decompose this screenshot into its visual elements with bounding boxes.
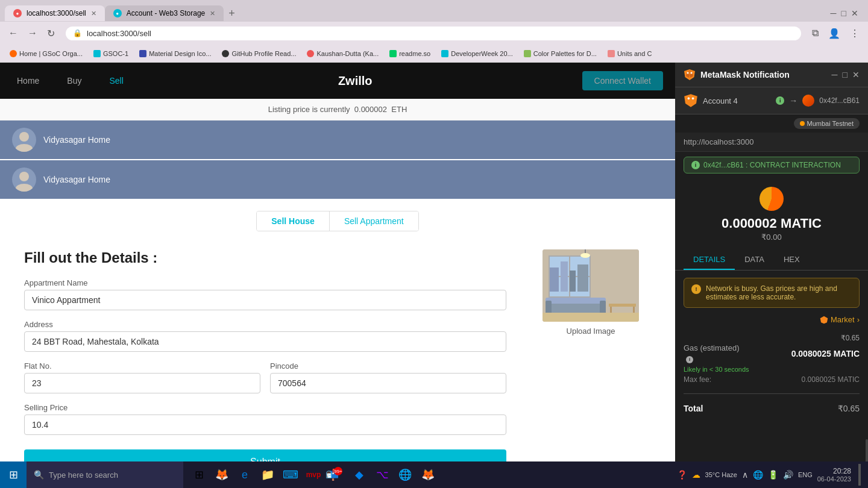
toggle-sell-house[interactable]: Sell House: [257, 211, 330, 231]
mm-gas-label-col: Gas (estimated) i: [684, 343, 739, 363]
tab-sell[interactable]: ● localhost:3000/sell ✕: [5, 5, 105, 21]
bookmark-colorpalette[interactable]: Color Palettes for D...: [519, 49, 602, 58]
dropbox-icon: ◆: [355, 468, 363, 481]
taskbar-mvp-icon[interactable]: mvp: [303, 464, 324, 486]
tab-close-sell[interactable]: ✕: [91, 10, 96, 17]
mm-network-pill[interactable]: Mumbai Testnet: [794, 118, 860, 129]
new-tab-button[interactable]: +: [224, 7, 240, 20]
mm-account-avatar: [802, 95, 814, 107]
taskbar-multitasking-icon[interactable]: ⊞: [188, 464, 210, 486]
mvp-icon: mvp: [306, 471, 321, 479]
forward-button[interactable]: →: [24, 25, 41, 41]
bookmark-units[interactable]: Units and C: [603, 49, 656, 58]
volume-icon[interactable]: 🔊: [783, 470, 793, 480]
mm-controls: ─ □ ✕: [832, 70, 860, 80]
property-card-1[interactable]: Vidyasagar Home: [0, 160, 675, 199]
mm-title: MetaMask Notification: [700, 70, 790, 80]
tab-data[interactable]: DATA: [735, 250, 774, 270]
mm-maximize-button[interactable]: □: [843, 70, 848, 80]
search-icon: 🔍: [34, 470, 44, 480]
show-desktop-icon[interactable]: [858, 464, 861, 486]
refresh-button[interactable]: ↻: [43, 25, 58, 42]
taskbar-dropbox-icon[interactable]: ◆: [348, 464, 370, 486]
nav-home[interactable]: Home: [12, 71, 44, 90]
mm-gas-section: ₹0.65 Gas (estimated) i 0.0080025 MATIC …: [675, 329, 868, 389]
chrome-icon: 🌐: [398, 468, 412, 481]
address-group: Address: [24, 320, 506, 352]
git-icon: ⌥: [376, 468, 389, 481]
svg-rect-25: [542, 313, 639, 322]
nav-sell[interactable]: Sell: [104, 71, 128, 90]
avatar-0: [12, 128, 36, 152]
nav-buy[interactable]: Buy: [62, 71, 86, 90]
taskbar-clock[interactable]: 20:28 06-04-2023: [817, 467, 851, 483]
bookmark-github[interactable]: GitHub Profile Read...: [217, 49, 301, 58]
bookmark-icon-5: [389, 50, 397, 57]
taskbar-metamask-tray-icon[interactable]: 🦊: [417, 464, 439, 486]
browser-close[interactable]: ✕: [851, 8, 858, 18]
mm-maxfee-label: Max fee:: [684, 375, 711, 384]
tab-bar: ● localhost:3000/sell ✕ ● Account - Web3…: [0, 0, 868, 22]
taskbar-git-icon[interactable]: ⌥: [371, 464, 393, 486]
tab-web3[interactable]: ● Account - Web3 Storage ✕: [105, 5, 224, 21]
taskbar-date: 06-04-2023: [817, 475, 851, 483]
taskbar-search-box[interactable]: 🔍 Type here to search: [27, 461, 183, 488]
mm-market-button[interactable]: Market ›: [820, 315, 860, 324]
bookmark-gsoc1[interactable]: GSOC-1: [89, 49, 133, 58]
bookmark-devweek[interactable]: DeveloperWeek 20...: [436, 49, 518, 58]
start-button[interactable]: ⊞: [0, 461, 27, 488]
tab-title-sell: localhost:3000/sell: [27, 9, 86, 17]
nav-right: Connect Wallet: [582, 71, 663, 90]
tab-hex[interactable]: HEX: [774, 250, 810, 270]
bookmark-readme[interactable]: readme.so: [385, 49, 435, 58]
edge-icon: e: [242, 469, 248, 481]
address-bar[interactable]: 🔒 localhost:3000/sell: [66, 27, 801, 40]
taskbar-notification-icon[interactable]: 📬 99+: [326, 464, 347, 486]
pincode-input[interactable]: [270, 373, 506, 393]
extensions-button[interactable]: ⧉: [808, 25, 822, 41]
network-icon[interactable]: 🌐: [753, 470, 763, 480]
browser-maximize[interactable]: □: [841, 8, 846, 18]
taskbar-firefox-icon[interactable]: 🦊: [211, 464, 233, 486]
flat-no-input[interactable]: [24, 373, 260, 393]
browser-minimize[interactable]: ─: [831, 8, 837, 18]
listing-price-value: 0.000002: [354, 105, 387, 114]
profile-button[interactable]: 👤: [825, 25, 844, 42]
form-area: Sell House Sell Appartment Fill out the …: [0, 211, 675, 488]
connect-wallet-button[interactable]: Connect Wallet: [582, 71, 663, 90]
upload-image-label[interactable]: Upload Image: [567, 327, 615, 336]
vscode-icon: ⌨: [283, 468, 298, 481]
back-button[interactable]: ←: [5, 25, 22, 41]
tab-favicon-sell: ●: [13, 9, 22, 17]
mm-close-button[interactable]: ✕: [852, 70, 860, 80]
apartment-name-input[interactable]: [24, 290, 506, 310]
taskbar-chrome-icon[interactable]: 🌐: [394, 464, 416, 486]
mm-maxfee-value: 0.0080025 MATIC: [802, 375, 860, 384]
tab-close-web3[interactable]: ✕: [210, 10, 215, 17]
question-mark-icon[interactable]: ❓: [677, 470, 687, 480]
avatar-1: [12, 167, 36, 192]
menu-button[interactable]: ⋮: [846, 25, 863, 42]
main-form-area: Fill out the Details : Appartment Name A…: [12, 231, 663, 488]
taskbar-file-explorer-icon[interactable]: 📁: [257, 464, 278, 486]
selling-price-input[interactable]: [24, 414, 506, 435]
property-card-0[interactable]: Vidyasagar Home: [0, 120, 675, 159]
toggle-sell-apartment[interactable]: Sell Appartment: [330, 211, 418, 231]
flat-no-group: Flat No.: [24, 361, 260, 393]
chevron-up-icon[interactable]: ∧: [742, 470, 748, 480]
mm-account-bar: Account 4 i → 0x42f...cB61: [675, 87, 868, 114]
mm-account-arrow[interactable]: →: [789, 96, 797, 105]
notification-badge: 99+: [334, 467, 342, 475]
bookmark-material[interactable]: Material Design Ico...: [134, 49, 216, 58]
bookmark-kaushan[interactable]: Kaushan-Dutta (Ka...: [302, 49, 383, 58]
mm-minimize-button[interactable]: ─: [832, 70, 838, 80]
bookmark-label-5: readme.so: [399, 50, 430, 57]
taskbar-edge-icon[interactable]: e: [234, 464, 256, 486]
mm-likely-label: Likely in < 30 seconds: [684, 366, 749, 373]
tab-details[interactable]: DETAILS: [684, 250, 735, 270]
taskbar-vscode-icon[interactable]: ⌨: [280, 464, 301, 486]
tab-title-web3: Account - Web3 Storage: [127, 9, 206, 17]
property-cards-list: Vidyasagar Home Vidyasagar Home: [0, 120, 675, 199]
bookmark-gsoc-home[interactable]: Home | GSoC Orga...: [5, 49, 87, 58]
address-input[interactable]: [24, 331, 506, 352]
